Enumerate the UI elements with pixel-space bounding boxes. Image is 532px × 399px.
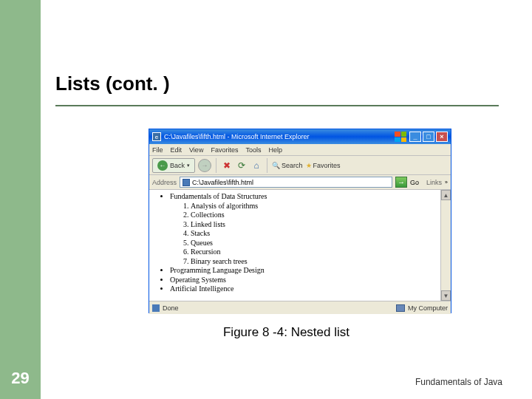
menu-favorites[interactable]: Favorites bbox=[211, 146, 238, 154]
figure-caption: Figure 8 -4: Nested list bbox=[41, 325, 532, 340]
minimize-button[interactable]: _ bbox=[409, 132, 421, 142]
list-item: Fundamentals of Data Structures Analysis… bbox=[170, 192, 443, 266]
back-button[interactable]: ← Back ▾ bbox=[152, 158, 195, 173]
browser-window: e C:\Javafiles\fifth.html - Microsoft In… bbox=[149, 129, 451, 313]
list-item: Queues bbox=[191, 239, 443, 248]
page-icon bbox=[183, 179, 190, 186]
stop-icon[interactable]: ✖ bbox=[221, 160, 233, 171]
address-value: C:\Javafiles\fifth.html bbox=[192, 179, 253, 186]
star-icon: ★ bbox=[306, 162, 312, 169]
favorites-label: Favorites bbox=[313, 162, 341, 169]
back-arrow-icon: ← bbox=[157, 160, 168, 171]
list-item: Stacks bbox=[191, 229, 443, 239]
menu-bar: File Edit View Favorites Tools Help bbox=[149, 144, 451, 156]
window-title-text: C:\Javafiles\fifth.html - Microsoft Inte… bbox=[164, 133, 310, 140]
scrollbar[interactable]: ▲ ▼ bbox=[440, 190, 451, 301]
list-item: Recursion bbox=[191, 248, 443, 257]
chevron-down-icon: ▾ bbox=[187, 163, 190, 168]
maximize-button[interactable]: □ bbox=[423, 132, 434, 142]
links-label[interactable]: Links bbox=[426, 179, 442, 186]
window-titlebar: e C:\Javafiles\fifth.html - Microsoft In… bbox=[149, 129, 451, 144]
list-item: Analysis of algorithms bbox=[191, 202, 443, 211]
go-button[interactable]: → bbox=[395, 177, 407, 188]
home-icon[interactable]: ⌂ bbox=[250, 160, 262, 171]
list-item: Collections bbox=[191, 211, 443, 220]
refresh-icon[interactable]: ⟳ bbox=[236, 160, 248, 171]
slide-body: Lists (cont. ) e C:\Javafiles\fifth.html… bbox=[41, 0, 532, 399]
status-text: Done bbox=[163, 304, 179, 312]
menu-view[interactable]: View bbox=[189, 146, 203, 154]
list-item: Binary search trees bbox=[191, 257, 443, 267]
menu-help[interactable]: Help bbox=[268, 146, 282, 154]
scroll-up-icon[interactable]: ▲ bbox=[441, 190, 451, 200]
list-item: Operating Systems bbox=[170, 276, 443, 285]
list-item-label: Fundamentals of Data Structures bbox=[170, 192, 267, 200]
title-underline bbox=[55, 105, 499, 106]
chevron-right-icon: » bbox=[445, 180, 448, 185]
computer-icon bbox=[396, 304, 405, 312]
list-item: Linked lists bbox=[191, 220, 443, 230]
back-label: Back bbox=[170, 162, 185, 169]
menu-edit[interactable]: Edit bbox=[171, 146, 183, 154]
ie-icon: e bbox=[152, 132, 161, 141]
search-button[interactable]: 🔍 Search bbox=[272, 162, 303, 169]
slide-number: 29 bbox=[0, 358, 41, 399]
windows-logo-icon bbox=[395, 132, 406, 142]
close-button[interactable]: × bbox=[436, 132, 448, 142]
slide-title: Lists (cont. ) bbox=[55, 72, 170, 95]
list-item: Programming Language Design bbox=[170, 266, 443, 276]
search-label: Search bbox=[282, 162, 303, 169]
status-bar: Done My Computer bbox=[149, 301, 451, 314]
favorites-button[interactable]: ★ Favorites bbox=[306, 162, 341, 169]
address-input[interactable]: C:\Javafiles\fifth.html bbox=[180, 177, 392, 188]
slide-accent-bar bbox=[0, 0, 41, 399]
zone-text: My Computer bbox=[408, 304, 448, 312]
toolbar: ← Back ▾ → ✖ ⟳ ⌂ 🔍 Search ★ Favorites bbox=[149, 156, 451, 175]
search-icon: 🔍 bbox=[272, 162, 280, 169]
go-label: Go bbox=[410, 179, 419, 186]
address-bar: Address C:\Javafiles\fifth.html → Go Lin… bbox=[149, 175, 451, 190]
forward-button[interactable]: → bbox=[198, 159, 211, 172]
page-status-icon bbox=[152, 304, 160, 312]
address-label: Address bbox=[152, 179, 177, 186]
menu-file[interactable]: File bbox=[152, 146, 163, 154]
browser-content: Fundamentals of Data Structures Analysis… bbox=[149, 190, 451, 301]
slide-footer: Fundamentals of Java bbox=[415, 377, 502, 387]
menu-tools[interactable]: Tools bbox=[245, 146, 261, 154]
scroll-down-icon[interactable]: ▼ bbox=[441, 290, 451, 301]
list-item: Artificial Intelligence bbox=[170, 284, 443, 294]
